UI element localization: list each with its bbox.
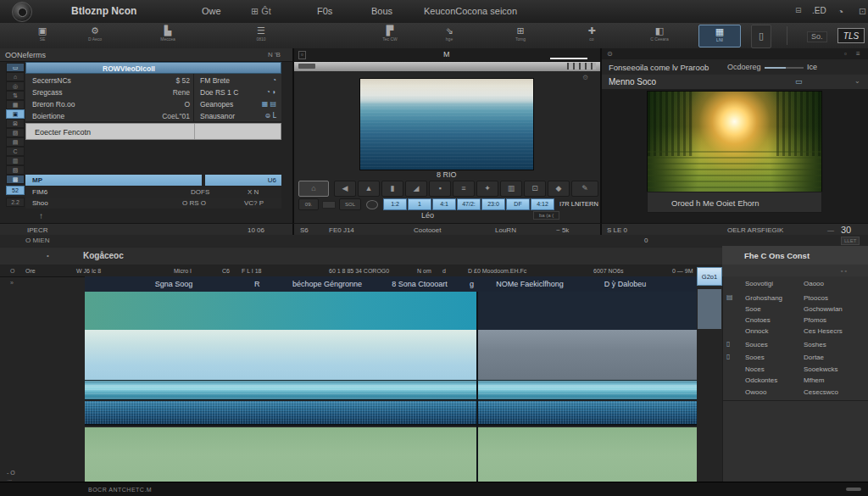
opacity-slider[interactable] — [765, 67, 804, 69]
timeline-ruler[interactable]: O Ore W J6 Ic 8 Micro I C6 F L I 18 60 1… — [0, 265, 722, 277]
loop-button[interactable] — [366, 200, 378, 209]
small-button[interactable]: 09. — [298, 198, 319, 210]
knob-icons[interactable]: ◔ ◗ — [266, 88, 276, 96]
export-button[interactable]: ⊡ — [524, 181, 546, 197]
track-video-5[interactable] — [85, 427, 697, 482]
toolbar-button-tall[interactable]: ▯ — [751, 25, 771, 48]
toolbar-button-meccea[interactable]: ▙Meccea — [151, 25, 185, 46]
list-item[interactable]: Pfomos — [804, 316, 826, 324]
toolbar-button-tomg[interactable]: ⊞Tomg — [504, 25, 537, 46]
timecode-field[interactable]: 47/2: — [457, 198, 481, 210]
list-panel-header[interactable]: Fhe C Ons Const — [722, 246, 868, 265]
rail-sort-icon[interactable]: ⇅ — [6, 91, 25, 100]
panel-header-buttons[interactable]: N 'B — [268, 52, 281, 59]
toolbar-button-aeco[interactable]: ⚙D Aeco — [78, 25, 112, 46]
toolbar-button-0810[interactable]: ☰0810 — [244, 25, 278, 46]
track-video-1-clip-a[interactable] — [85, 292, 477, 330]
stop-button[interactable]: ▮ — [381, 181, 403, 197]
transport-mode-button[interactable]: ⌂ — [298, 181, 329, 197]
toolbar-button-lni-active[interactable]: ▦LNI — [698, 25, 741, 47]
viewport-gear-icon[interactable]: ⚙ — [582, 75, 588, 81]
knob-icon[interactable]: ◔ — [272, 76, 276, 84]
rail-shade-icon[interactable]: ▧ — [6, 165, 25, 175]
menu-icon[interactable]: ≡ — [856, 51, 860, 58]
list-item[interactable]: Souces — [745, 341, 768, 348]
rail-52-icon[interactable]: 52 — [6, 186, 25, 195]
rail-close-icon[interactable]: ⊠ — [6, 119, 25, 128]
timecode-field[interactable]: DF — [506, 198, 530, 210]
file-row[interactable]: FIM6 DOFS X N — [25, 187, 281, 198]
rail-marker-icon[interactable]: ▩ — [6, 175, 25, 184]
track-video-3[interactable] — [85, 380, 697, 400]
list-item[interactable]: Owooo — [745, 388, 766, 396]
list-item[interactable]: Cnotoes — [745, 316, 771, 324]
list-item[interactable]: Gochowwlan — [804, 305, 843, 313]
gutter-collapse[interactable]: » — [10, 280, 14, 286]
play-button[interactable]: ▲ — [358, 181, 380, 197]
segment-control[interactable]: ba (a ( — [533, 211, 559, 220]
track-video-4[interactable] — [85, 401, 697, 426]
step-back-button[interactable]: ◀ — [334, 181, 356, 197]
list-item[interactable]: Cesecswco — [804, 388, 838, 396]
rail-layers-icon[interactable]: ▤ — [6, 137, 25, 147]
list-item[interactable]: Onnock — [745, 327, 769, 335]
opacity-label[interactable]: Ocdoereg — [727, 64, 761, 71]
menu-item-f0s[interactable]: F0s — [317, 6, 332, 16]
property-row[interactable]: Breron Ro.ooOGeanopes▦ ▤ — [25, 98, 281, 110]
video-frame-ocean[interactable] — [359, 78, 534, 170]
box-icon[interactable]: ▫ — [844, 51, 847, 58]
horizontal-scrollbar[interactable] — [846, 488, 861, 491]
track-video-1-clip-b[interactable] — [477, 292, 697, 330]
clock-icon[interactable]: ◔ — [837, 6, 843, 18]
selected-property-row[interactable]: Eoecter Fencotn — [25, 123, 281, 140]
toggle-icons[interactable]: ⊜ Ⅼ — [265, 112, 276, 120]
record-button[interactable]: ▪ — [429, 181, 451, 197]
timecode-field[interactable]: 23:0 — [481, 198, 505, 210]
up-arrow-icon[interactable]: ↑ — [39, 212, 43, 220]
toolbar-button-ceeara[interactable]: ◧C Ceeara — [643, 25, 676, 46]
menu-button[interactable]: ≡ — [453, 181, 475, 197]
track-video-2-clip-a[interactable] — [85, 330, 477, 380]
timecode-field[interactable]: 4:12 — [531, 198, 554, 210]
list-item[interactable]: Noces — [745, 365, 765, 373]
menu-item-owe[interactable]: Owe — [202, 6, 221, 16]
property-row[interactable]: BoiertioneCoeL"01Snausanor⊜ Ⅼ — [25, 109, 281, 122]
app-logo-icon[interactable] — [12, 2, 32, 22]
sparkle-button[interactable]: ✦ — [476, 181, 498, 197]
rail-c-icon[interactable]: C — [6, 147, 25, 156]
timecode-field[interactable]: 1 — [408, 198, 431, 210]
file-row[interactable]: Shoo O RS O VC? P — [25, 198, 281, 209]
zoom-level[interactable]: So. — [807, 31, 827, 42]
gutter-marker[interactable]: - O — [7, 470, 15, 476]
window-icon[interactable]: ⊡ — [859, 6, 866, 17]
list-item[interactable]: Soshes — [804, 341, 826, 348]
rows-button[interactable]: ▥ — [500, 181, 522, 197]
toolbar-button-se[interactable]: ▣SE — [25, 25, 59, 46]
monitor-menu-icon[interactable]: ▫ — [298, 51, 306, 59]
toolbar-button-co[interactable]: ✚co — [575, 25, 609, 46]
list-item[interactable]: Sooes — [745, 354, 765, 361]
clip-title-bar[interactable]: Sgna Soog R béchope Géngronne 8 Sona Cto… — [85, 276, 697, 293]
rail-image-icon[interactable]: ▨ — [6, 128, 25, 137]
tray-icon[interactable]: ⊟ — [795, 6, 802, 14]
clip-tag-button[interactable]: G2o1 — [697, 267, 722, 286]
timecode-field[interactable]: 4:1 — [432, 198, 456, 210]
property-row[interactable]: SecerrsNCs$ 52FM Brete◔ — [25, 74, 281, 86]
list-item[interactable]: Ptoocos — [804, 294, 828, 302]
list-toolbar-icons[interactable]: ▫ ▫ — [841, 268, 847, 274]
rail-tab-icon[interactable]: ▭ — [6, 63, 25, 72]
clip-fragment[interactable] — [698, 289, 721, 329]
list-item[interactable]: Sooe — [745, 305, 761, 313]
list-item[interactable]: Oaooo — [804, 280, 824, 287]
list-item[interactable]: Ces Hesecrs — [804, 327, 843, 335]
rail-22-icon[interactable]: 2.2 — [6, 198, 25, 207]
menubar-icons[interactable]: ⊞ Ĝt — [251, 6, 271, 17]
toolbar-button-teccw[interactable]: ▛Tec CW — [373, 25, 407, 46]
list-item[interactable]: Grohoshang — [745, 294, 782, 302]
menu-item-keucon[interactable]: KeuconCocona seicon — [424, 6, 517, 16]
mp-row[interactable]: MP — [25, 175, 202, 186]
chevron-down-icon[interactable]: ⌄ — [854, 78, 860, 85]
list-item[interactable]: Mfhem — [804, 376, 824, 384]
list-item[interactable]: Odckontes — [745, 376, 777, 384]
mini-slider[interactable] — [322, 201, 336, 209]
